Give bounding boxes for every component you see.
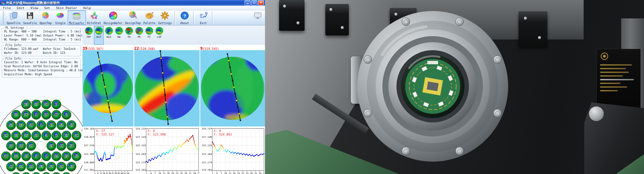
tab-wld[interactable]: WLD xyxy=(104,26,114,45)
disc-wafer-51[interactable]: 51 xyxy=(57,120,66,130)
disc-wafer-27[interactable]: 27 xyxy=(47,141,56,151)
toolbar-button-designtmp[interactable]: DesignTmp xyxy=(124,10,142,25)
tab-int[interactable]: INT xyxy=(84,26,94,45)
disc-wafer-6[interactable]: 6 xyxy=(52,131,61,140)
tab-pi[interactable]: PI xyxy=(144,26,154,45)
tab-lop[interactable]: LOP xyxy=(154,26,164,45)
svg-text:521.173: 521.173 xyxy=(202,161,212,164)
disc-wafer-15[interactable]: 15 xyxy=(21,152,31,161)
open-file-icon xyxy=(9,11,18,21)
disc-wafer-21[interactable]: 21 xyxy=(11,110,21,119)
disc-wafer-25[interactable]: 25 xyxy=(62,152,71,161)
toolbar-button-kilnstat[interactable]: KilnStat xyxy=(86,10,102,25)
disc-wafer-43[interactable]: 43 xyxy=(67,162,76,171)
disc-wafer-19[interactable]: 19 xyxy=(32,131,41,140)
pl-setting-label: Integral Time : 5 (ms) xyxy=(43,29,84,33)
line-chart-22[interactable]: 529.131527.143525.153523.163521.173519.1… xyxy=(134,128,200,174)
palette-icon xyxy=(145,11,154,21)
kiln-disc-map[interactable]: 2337387213692040252331084151472422351936… xyxy=(0,100,83,174)
svg-text:11: 11 xyxy=(55,155,58,158)
metal-knob xyxy=(589,106,604,121)
menu-item-view[interactable]: View xyxy=(28,6,41,10)
disc-wafer-36[interactable]: 36 xyxy=(21,110,31,119)
disc-wafer-2[interactable]: 2 xyxy=(62,110,71,119)
toolbar-button-opentmp[interactable]: OpenTmp xyxy=(38,10,53,25)
disc-wafer-33[interactable]: 33 xyxy=(16,120,26,130)
disc-wafer-12[interactable]: 12 xyxy=(47,162,56,171)
disc-wafer-50[interactable]: 50 xyxy=(67,141,76,151)
disc-wafer-18[interactable]: 18 xyxy=(6,141,16,151)
disc-wafer-40[interactable]: 40 xyxy=(52,110,61,119)
line-chart-39[interactable]: 534.181530.857527.533524.209520.885517.3… xyxy=(83,128,133,174)
disc-wafer-16[interactable]: 16 xyxy=(16,141,26,151)
disc-wafer-49[interactable]: 49 xyxy=(6,162,16,171)
disc-wafer-44[interactable]: 44 xyxy=(57,141,66,151)
toolbar-monitor[interactable] xyxy=(250,10,265,25)
disc-wafer-14[interactable]: 14 xyxy=(26,162,36,171)
disc-wafer-38[interactable]: 38 xyxy=(42,100,51,109)
disc-wafer-4[interactable]: 4 xyxy=(42,152,51,161)
disc-wafer-9[interactable]: 9 xyxy=(32,110,41,119)
toolbar-button-settings[interactable]: Settings xyxy=(157,10,173,25)
svg-text:13: 13 xyxy=(40,165,43,168)
toolbar-button-savefile[interactable]: SaveFile xyxy=(22,10,38,25)
maximize-button[interactable]: ▢ xyxy=(251,0,257,5)
disc-wafer-41[interactable]: 41 xyxy=(47,120,56,130)
menu-item-skin-peeler[interactable]: Skin Peeler xyxy=(53,6,80,10)
disc-wafer-22[interactable]: 22 xyxy=(11,131,21,140)
wafer-map-22[interactable] xyxy=(134,50,200,126)
disc-wafer-52[interactable]: 52 xyxy=(6,120,16,130)
toolbar-button-designwafer[interactable]: DesignWafer xyxy=(102,10,124,25)
menu-item-edit[interactable]: Edit xyxy=(14,6,28,10)
toolbar-button-single[interactable]: Single xyxy=(53,10,68,25)
svg-text:1: 1 xyxy=(146,172,147,174)
disc-wafer-8[interactable]: 8 xyxy=(37,120,46,130)
toolbar-button-palette[interactable]: Palette xyxy=(142,10,157,25)
toolbar-button-openfile[interactable]: OpenFile xyxy=(5,10,22,25)
toolbar-button-label: DesignWafer xyxy=(104,21,122,25)
close-button[interactable]: ✕ xyxy=(258,0,264,5)
disc-wafer-23[interactable]: 23 xyxy=(21,100,31,109)
disc-wafer-5[interactable]: 5 xyxy=(32,152,41,161)
tab-pr[interactable]: PR xyxy=(134,26,144,45)
disc-wafer-10[interactable]: 10 xyxy=(26,120,36,130)
menu-item-set[interactable]: Set xyxy=(41,6,53,10)
disc-wafer-34[interactable]: 34 xyxy=(72,131,81,140)
disc-wafer-35[interactable]: 35 xyxy=(21,131,31,140)
disc-wafer-32[interactable]: 32 xyxy=(11,152,21,161)
disc-wafer-47[interactable]: 47 xyxy=(67,120,76,130)
disc-wafer-30[interactable]: 30 xyxy=(1,152,11,161)
wafer-map-39[interactable] xyxy=(83,50,133,126)
disc-wafer-7[interactable]: 7 xyxy=(52,100,61,109)
tab-th[interactable]: TH xyxy=(124,26,134,45)
disc-wafer-11[interactable]: 11 xyxy=(52,152,61,161)
disc-wafer-24[interactable]: 24 xyxy=(1,131,11,140)
wafer-map-9[interactable] xyxy=(200,50,265,126)
tab-hw[interactable]: HW xyxy=(114,26,124,45)
disc-wafer-3[interactable]: 3 xyxy=(42,131,51,140)
disc-wafer-42[interactable]: 42 xyxy=(72,152,81,161)
file-info-2-title: File Info: xyxy=(4,57,23,60)
svg-text:7: 7 xyxy=(56,103,57,106)
disc-wafer-37[interactable]: 37 xyxy=(32,100,41,109)
disc-wafer-13[interactable]: 13 xyxy=(37,162,46,171)
disc-wafer-39[interactable]: 39 xyxy=(26,141,36,151)
disc-wafer-20[interactable]: 20 xyxy=(42,110,51,119)
svg-text:31: 31 xyxy=(112,172,114,174)
toolbar-button-exit[interactable]: Exit xyxy=(196,10,211,25)
toolbar-button-about[interactable]: ?About xyxy=(177,10,192,25)
svg-text:?: ? xyxy=(183,13,186,18)
menu-item-file[interactable]: File xyxy=(0,6,14,10)
minimize-button[interactable]: ▁ xyxy=(245,0,251,5)
title-bar[interactable]: 外延片炉盘Mapping图数据分析软件 ▁ ▢ ✕ xyxy=(0,0,265,6)
line-chart-9[interactable]: 529.137527.146525.155523.164521.173519.1… xyxy=(200,128,265,174)
toolbar-grip[interactable] xyxy=(3,11,4,24)
wafer-tab-strip: INTWLPWLDHWTHPRPILOP xyxy=(83,25,266,45)
toolbar-button-mutiwafer[interactable]: Mutiwafer xyxy=(68,10,86,25)
tab-wlp[interactable]: WLP xyxy=(94,26,104,45)
crosshair-x-value: X: 27 xyxy=(96,129,105,133)
disc-wafer-26[interactable]: 26 xyxy=(57,162,66,171)
menu-item-help[interactable]: Help xyxy=(80,6,94,10)
disc-wafer-31[interactable]: 31 xyxy=(16,162,26,171)
disc-wafer-17[interactable]: 17 xyxy=(62,131,71,140)
